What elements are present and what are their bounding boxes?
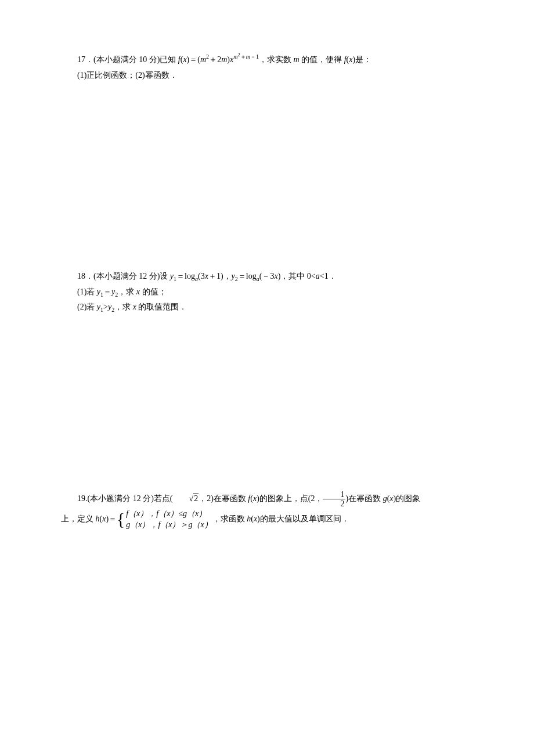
h-fn: h — [96, 514, 100, 523]
eq-open: ＝( — [189, 55, 200, 64]
s2d: 的取值范围． — [136, 303, 187, 311]
problem-18-line3: (2)若 y1>y2，求 x 的取值范围． — [61, 300, 473, 315]
left-brace-icon: { — [117, 512, 125, 527]
q18-label: 18． — [77, 272, 93, 280]
problem-19-line1: 19.(本小题满分 12 分)若点(√2，2)在幂函数 f(x)的图象上，点(2… — [61, 489, 473, 509]
s2a: (2)若 — [77, 303, 97, 311]
var-m2: m — [221, 55, 227, 64]
q17-tail2: 的值，使得 — [300, 55, 344, 64]
comma2: ，2)在幂函数 — [199, 494, 248, 503]
sqrt-icon: √2 — [173, 489, 199, 508]
problem-17-line2: (1)正比例函数；(2)幂函数． — [61, 68, 473, 84]
fraction-half: 1 2 — [323, 490, 345, 509]
var-m: m — [200, 55, 206, 64]
hx-eq: ＝ — [109, 514, 117, 523]
after: ，求函数 — [212, 514, 247, 523]
mid: 的图象上，点(2， — [259, 494, 323, 503]
problem-18-line2: (1)若 y1＝y2，求 x 的值； — [61, 285, 473, 300]
exp-m2: m — [246, 53, 250, 60]
q17-tail: ，求实数 — [259, 55, 294, 64]
exp-plus: ＋ — [240, 53, 246, 60]
q17-sub: (1)正比例函数；(2)幂函数． — [77, 71, 178, 80]
gt: > — [103, 303, 108, 311]
problem-18: 18．(本小题满分 12 分)设 y1＝loga(3x＋1)，y2＝loga(－… — [61, 269, 473, 315]
frac-num: 1 — [323, 490, 345, 499]
mid2: )在幂函数 — [345, 494, 383, 503]
arg2a: (－3 — [259, 272, 275, 280]
q17-prefix: (本小题满分 10 分)已知 — [93, 55, 178, 64]
q18-prefix: (本小题满分 12 分)设 — [93, 272, 170, 280]
q18-tail: <1． — [320, 272, 337, 280]
case-2: g（x），f（x）＞g（x） — [126, 520, 212, 531]
g-fn: g — [383, 494, 387, 503]
mid3: 的图象 — [396, 494, 420, 503]
q19-tail: 的最大值以及单调区间． — [260, 514, 349, 523]
exp-minus1: －1 — [250, 53, 259, 60]
arg1b: ＋1)， — [208, 272, 232, 280]
q19-label: 19. — [77, 494, 88, 503]
exam-page: 17．(本小题满分 10 分)已知 f(x)＝(m2＋2m)xm2＋m－1，求实… — [0, 0, 534, 756]
piecewise: { f（x），f（x）≤g（x） g（x），f（x）＞g（x） — [117, 509, 212, 531]
arg1a: (3 — [198, 272, 205, 280]
s1b: ＝ — [103, 287, 111, 296]
problem-18-line1: 18．(本小题满分 12 分)设 y1＝loga(3x＋1)，y2＝loga(－… — [61, 269, 473, 285]
exponent: m2＋m－1 — [233, 53, 259, 60]
problem-19-line2: 上，定义 h(x)＝ { f（x），f（x）≤g（x） g（x），f（x）＞g（… — [61, 509, 473, 531]
eqlog2: ＝log — [238, 272, 257, 280]
s2c: ，求 — [114, 303, 133, 311]
s1a: (1)若 — [77, 287, 97, 296]
cases: f（x），f（x）≤g（x） g（x），f（x）＞g（x） — [126, 509, 212, 531]
eqlog1: ＝log — [176, 272, 195, 280]
problem-17: 17．(本小题满分 10 分)已知 f(x)＝(m2＋2m)xm2＋m－1，求实… — [61, 52, 473, 83]
var-m-tail: m — [294, 55, 300, 64]
radicand-2: 2 — [193, 494, 199, 503]
case-1: f（x），f（x）≤g（x） — [126, 509, 212, 520]
q17-label: 17． — [77, 55, 93, 64]
q17-tail3: 是： — [355, 55, 371, 64]
a-cond: a — [316, 272, 320, 280]
arg2b: )，其中 0< — [278, 272, 316, 280]
problem-17-line1: 17．(本小题满分 10 分)已知 f(x)＝(m2＋2m)xm2＋m－1，求实… — [61, 52, 473, 68]
l2a: 上，定义 — [61, 514, 93, 523]
frac-den: 2 — [323, 499, 345, 508]
plus-2m-a: ＋2 — [209, 55, 221, 64]
s1c: ，求 — [118, 287, 136, 296]
s1d: 的值； — [140, 287, 167, 296]
q19-prefix: (本小题满分 12 分)若点( — [88, 494, 173, 503]
problem-19: 19.(本小题满分 12 分)若点(√2，2)在幂函数 f(x)的图象上，点(2… — [61, 489, 473, 530]
